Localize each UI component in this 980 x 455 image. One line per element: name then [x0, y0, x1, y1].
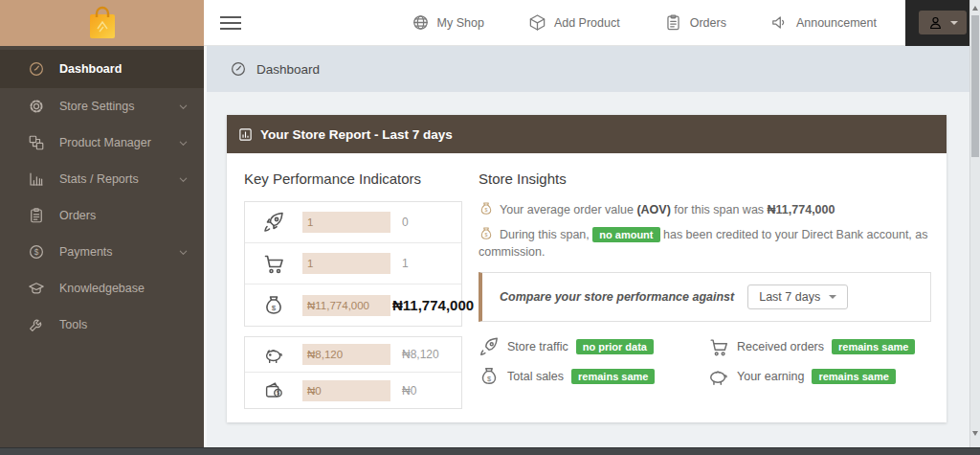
- shopping-bag-logo-icon: [86, 6, 119, 40]
- compare-period-dropdown[interactable]: Last 7 days: [747, 284, 848, 309]
- kpi-current-value: ₦0: [302, 380, 390, 401]
- user-menu-button[interactable]: [919, 11, 967, 34]
- kpi-row-commission: $ ₦0 ₦0: [245, 373, 461, 408]
- sidebar-item-label: Product Manager: [59, 136, 151, 149]
- tools-icon: [28, 316, 45, 333]
- kpi-previous-value: 1: [402, 257, 409, 270]
- topbar-item-announcement[interactable]: Announcement: [770, 13, 877, 32]
- moneybag-icon: $: [479, 201, 494, 216]
- sidebar-item-product-manager[interactable]: Product Manager: [0, 125, 204, 161]
- stat-total-sales: $ Total sales remains same: [479, 366, 708, 387]
- no-amount-badge: no amount: [592, 227, 659, 242]
- sidebar-item-label: Orders: [59, 209, 96, 222]
- piggy-icon: [245, 345, 302, 365]
- sidebar-item-label: Dashboard: [59, 62, 122, 76]
- stats-icon: [28, 171, 45, 188]
- gear-icon: [28, 98, 45, 115]
- topbar-item-my-shop[interactable]: My Shop: [412, 13, 484, 32]
- topbar: My Shop Add Product Orders Announcement: [204, 0, 980, 46]
- kpi-previous-value: ₦8,120: [402, 348, 439, 361]
- vertical-scrollbar[interactable]: [969, 0, 980, 447]
- scrollbar-thumb[interactable]: [971, 15, 979, 157]
- scrollbar-up-arrow[interactable]: [972, 6, 978, 11]
- sidebar-nav: Dashboard Store Settings Product Manager…: [0, 46, 204, 343]
- kpi-current-value: 1: [302, 212, 390, 233]
- stat-your-earning: Your earning remains same: [708, 366, 931, 387]
- kpi-current-value: ₦11,774,000: [302, 295, 390, 316]
- sidebar-item-label: Store Settings: [59, 100, 135, 113]
- topbar-item-add-product[interactable]: Add Product: [528, 13, 620, 32]
- stat-label: Your earning: [737, 370, 804, 383]
- stat-label: Received orders: [737, 340, 824, 353]
- kpi-current-value: ₦8,120: [302, 344, 390, 365]
- stat-store-traffic: Store traffic no prior data: [479, 336, 708, 357]
- compare-period-value: Last 7 days: [759, 290, 820, 304]
- dashboard-icon: [230, 60, 247, 78]
- sidebar-item-dashboard[interactable]: Dashboard: [0, 50, 204, 88]
- sidebar-item-tools[interactable]: Tools: [0, 307, 204, 343]
- kpi-row-traffic: 1 0: [245, 202, 461, 243]
- report-card-body: Key Performance Indicators 1 0: [227, 153, 947, 419]
- chevron-down-icon: [178, 138, 189, 148]
- bottom-window-edge: [0, 447, 980, 455]
- report-card-title: Your Store Report - Last 7 days: [260, 127, 453, 142]
- aov-text: for this span was: [671, 203, 768, 216]
- package-icon: [528, 13, 546, 32]
- breadcrumb: Dashboard: [207, 46, 969, 92]
- knowledgebase-icon: [28, 280, 45, 297]
- compare-label: Compare your store performance against: [500, 290, 734, 304]
- stat-label: Total sales: [507, 370, 564, 383]
- cart-icon: [708, 336, 729, 357]
- scrollbar-down-arrow[interactable]: [972, 431, 978, 436]
- chevron-down-icon: [178, 174, 189, 185]
- topbar-item-orders[interactable]: Orders: [664, 13, 726, 32]
- moneybag-icon: $: [479, 366, 500, 387]
- kpi-row-earning: ₦8,120 ₦8,120: [245, 337, 461, 373]
- sidebar-item-label: Payments: [59, 245, 113, 259]
- sidebar-item-label: Tools: [59, 318, 87, 331]
- globe-icon: [412, 13, 430, 32]
- kpi-row-sales: $ ₦11,774,000 ₦11,774,000: [245, 284, 461, 326]
- topbar-item-label: Add Product: [554, 16, 620, 30]
- sidebar-item-payments[interactable]: $ Payments: [0, 234, 204, 270]
- sidebar-item-stats-reports[interactable]: Stats / Reports: [0, 161, 204, 197]
- kpi-table-secondary: ₦8,120 ₦8,120 $ ₦0 ₦0: [244, 336, 462, 409]
- wallet-icon: $: [245, 380, 302, 400]
- kpi-previous-value: ₦0: [402, 384, 416, 398]
- sidebar-item-orders[interactable]: Orders: [0, 197, 204, 234]
- logo-strip[interactable]: [0, 0, 204, 46]
- chevron-down-icon: [829, 295, 836, 299]
- aov-insight-line: $Your average order value (AOV) for this…: [479, 201, 931, 218]
- svg-text:$: $: [485, 207, 488, 213]
- compare-performance-box: Compare your store performance against L…: [479, 272, 931, 322]
- svg-text:$: $: [276, 389, 279, 396]
- hamburger-menu-button[interactable]: [220, 12, 241, 34]
- stat-badge: remains same: [812, 369, 895, 384]
- topbar-item-label: Orders: [690, 16, 726, 30]
- payments-icon: $: [28, 243, 45, 261]
- chevron-down-icon: [178, 247, 189, 258]
- chevron-down-icon: [950, 21, 958, 25]
- stat-badge: remains same: [571, 369, 655, 384]
- aov-label: (AOV): [636, 203, 670, 216]
- dashboard-icon: [28, 60, 45, 78]
- product-manager-icon: [28, 134, 45, 151]
- user-icon: [927, 14, 944, 31]
- moneybag-icon: $: [479, 226, 494, 241]
- stat-badge: no prior data: [576, 339, 654, 354]
- page-title: Dashboard: [256, 62, 320, 77]
- commission-text: During this span,: [500, 228, 592, 241]
- sidebar-item-knowledgebase[interactable]: Knowledgebase: [0, 270, 204, 307]
- kpi-current-value: 1: [302, 253, 390, 274]
- svg-text:$: $: [34, 248, 39, 257]
- topbar-item-label: My Shop: [437, 16, 484, 30]
- sidebar-item-store-settings[interactable]: Store Settings: [0, 88, 204, 125]
- topbar-item-label: Announcement: [796, 16, 877, 30]
- stat-label: Store traffic: [507, 340, 568, 353]
- stat-received-orders: Received orders remains same: [708, 336, 931, 357]
- megaphone-icon: [770, 13, 789, 32]
- kpi-row-orders: 1 1: [245, 243, 461, 284]
- store-insights-title: Store Insights: [479, 171, 931, 187]
- cart-icon: [245, 252, 302, 275]
- comparison-stats-grid: Store traffic no prior data Received ord…: [479, 336, 931, 387]
